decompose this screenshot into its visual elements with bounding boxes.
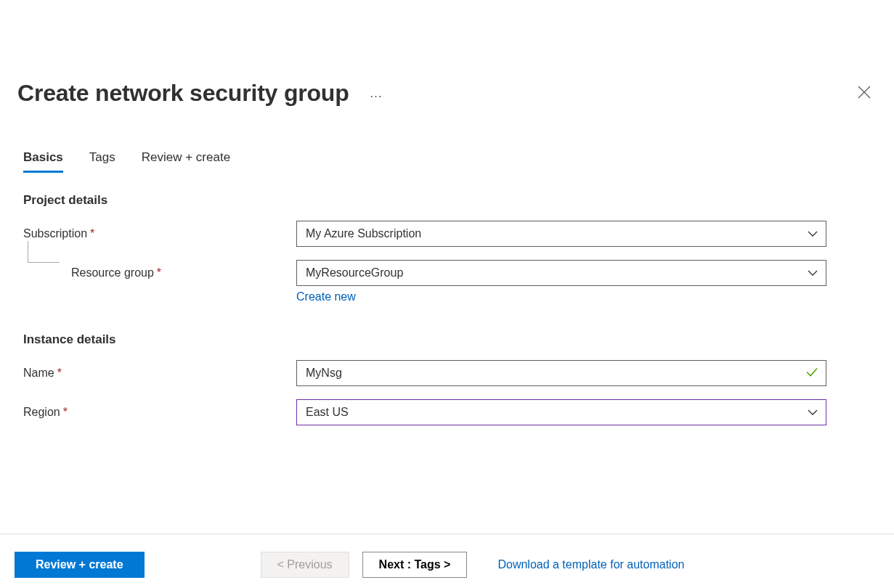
subscription-label: Subscription* <box>23 227 296 240</box>
download-template-link[interactable]: Download a template for automation <box>497 558 684 571</box>
region-select[interactable]: East US <box>296 399 826 425</box>
tab-basics[interactable]: Basics <box>23 150 63 173</box>
tabs: Basics Tags Review + create <box>0 107 894 173</box>
tab-tags[interactable]: Tags <box>89 150 115 173</box>
resource-group-select[interactable]: MyResourceGroup <box>296 260 826 286</box>
name-input[interactable] <box>296 360 826 386</box>
create-new-link[interactable]: Create new <box>0 286 894 303</box>
close-icon[interactable] <box>852 80 877 107</box>
tab-review-create[interactable]: Review + create <box>142 150 230 173</box>
previous-button: < Previous <box>261 552 349 578</box>
subscription-select[interactable]: My Azure Subscription <box>296 221 826 247</box>
instance-details-heading: Instance details <box>0 303 894 347</box>
resource-group-label: Resource group* <box>23 266 296 279</box>
wizard-footer: Review + create < Previous Next : Tags >… <box>0 534 894 588</box>
next-button[interactable]: Next : Tags > <box>362 552 468 578</box>
page-title: Create network security group <box>17 80 349 107</box>
project-details-heading: Project details <box>0 173 894 208</box>
tree-indent-icon <box>28 241 60 263</box>
page-header: Create network security group … <box>0 0 894 107</box>
region-label: Region* <box>23 406 296 419</box>
ellipsis-icon[interactable]: … <box>370 86 384 101</box>
name-label: Name* <box>23 367 296 380</box>
review-create-button[interactable]: Review + create <box>15 552 145 578</box>
